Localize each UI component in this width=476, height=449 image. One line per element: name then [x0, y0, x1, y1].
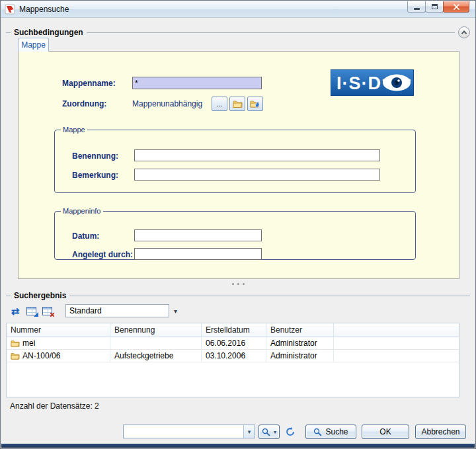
suche-button-label: Suche — [325, 427, 348, 436]
suchbedingungen-label: Suchbedingungen — [14, 28, 83, 37]
cell-benennung: Aufsteckgetriebe — [110, 350, 202, 362]
minimize-icon — [414, 8, 420, 10]
app-icon — [5, 4, 15, 15]
column-header-erstelldatum[interactable]: Erstelldatum — [202, 323, 266, 337]
mappenname-input[interactable] — [132, 77, 262, 89]
assign-folder-button[interactable] — [247, 97, 263, 111]
column-header-benutzer[interactable]: Benutzer — [266, 323, 334, 337]
bemerkung-input[interactable] — [134, 169, 380, 181]
cell-benutzer: Administrator — [266, 350, 334, 362]
search-conditions-panel: Mappenname: I·S·D Zuordnung: Mappenunabh… — [18, 51, 459, 279]
zuordnung-label: Zuordnung: — [62, 99, 106, 108]
abbrechen-button[interactable]: Abbrechen — [415, 425, 466, 439]
collapse-button[interactable] — [458, 26, 470, 38]
browse-button[interactable]: ... — [212, 97, 227, 111]
splitter-handle[interactable] — [1, 283, 475, 285]
mappensuche-window: Mappensuche Suchbedingungen Mappe Mappen… — [0, 0, 476, 449]
maximize-button[interactable] — [425, 1, 444, 13]
refresh-button[interactable] — [283, 425, 298, 439]
zuordnung-value: Mappenunabhängig — [132, 99, 202, 108]
mappe-group: Mappe Benennung: Bemerkung: — [54, 126, 416, 193]
folder-icon — [233, 100, 243, 108]
view-preset-combobox[interactable]: Standard — [65, 304, 169, 317]
column-header-nummer[interactable]: Nummer — [7, 323, 110, 337]
chevron-down-icon[interactable]: ▾ — [174, 307, 177, 315]
sync-icon: ⇄ — [11, 306, 20, 316]
suche-button[interactable]: Suche — [305, 425, 356, 439]
divider — [69, 296, 470, 296]
mappeninfo-group: Mappeninfo Datum: Angelegt durch: — [54, 207, 416, 260]
search-icon — [313, 428, 322, 436]
chevron-down-icon[interactable]: ▾ — [243, 425, 255, 438]
table-export-icon — [26, 307, 36, 315]
cell-erstelldatum: 06.06.2016 — [202, 337, 266, 349]
folder-arrow-icon — [250, 100, 260, 108]
record-count: Anzahl der Datensätze: 2 — [10, 401, 99, 411]
cell-benutzer: Administrator — [266, 337, 334, 349]
search-options-button[interactable]: ▾ — [258, 425, 280, 439]
close-button[interactable] — [443, 1, 469, 13]
window-controls — [408, 1, 469, 13]
refresh-icon — [285, 427, 296, 437]
folder-icon — [11, 340, 20, 347]
quick-search-combobox[interactable]: ▾ — [123, 425, 255, 438]
table-delete-icon — [42, 307, 52, 315]
quick-search-value — [124, 425, 243, 438]
minimize-button[interactable] — [407, 1, 426, 13]
table-empty-area — [7, 362, 459, 397]
export-results-button[interactable] — [23, 303, 39, 319]
cell-erstelldatum: 03.10.2006 — [202, 350, 266, 362]
cell-empty — [334, 337, 459, 349]
suchergebnis-header: Suchergebnis — [6, 290, 470, 302]
abbrechen-button-label: Abbrechen — [421, 427, 459, 436]
title-bar[interactable]: Mappensuche — [1, 1, 476, 18]
window-bottom-edge — [1, 444, 475, 448]
folder-icon — [11, 352, 20, 360]
refresh-results-button[interactable]: ⇄ — [7, 303, 23, 319]
benennung-input[interactable] — [134, 149, 380, 161]
isd-logo: I·S·D — [331, 69, 414, 96]
angelegt-durch-input[interactable] — [134, 248, 262, 260]
search-icon — [262, 428, 270, 436]
delete-view-button[interactable] — [39, 303, 55, 319]
mappe-group-label: Mappe — [61, 126, 87, 134]
divider — [6, 296, 11, 296]
cell-empty — [334, 350, 459, 362]
table-row[interactable]: mei 06.06.2016 Administrator — [7, 337, 459, 350]
ok-button[interactable]: OK — [362, 425, 409, 439]
benennung-label: Benennung: — [72, 151, 118, 161]
table-header-row: Nummer Benennung Erstelldatum Benutzer — [7, 323, 459, 337]
results-table: Nummer Benennung Erstelldatum Benutzer m… — [6, 323, 459, 397]
chevron-down-icon: ▾ — [274, 429, 276, 435]
bemerkung-label: Bemerkung: — [72, 171, 118, 180]
datum-input[interactable] — [134, 229, 262, 241]
divider — [6, 32, 11, 33]
close-icon — [454, 4, 459, 10]
window-title: Mappensuche — [19, 5, 69, 14]
mappenname-label: Mappenname: — [62, 79, 116, 88]
column-header-benennung[interactable]: Benennung — [110, 323, 202, 337]
isd-logo-text: I·S·D — [337, 73, 381, 93]
chevron-up-icon — [461, 30, 467, 36]
results-toolbar: ⇄ Standard ▾ — [7, 303, 177, 319]
select-folder-button[interactable] — [229, 97, 245, 111]
ellipsis-icon: ... — [216, 100, 222, 108]
divider — [87, 32, 455, 33]
suchbedingungen-header: Suchbedingungen — [6, 26, 470, 38]
angelegt-durch-label: Angelegt durch: — [72, 250, 133, 259]
datum-label: Datum: — [72, 231, 99, 241]
tab-mappe[interactable]: Mappe — [18, 38, 49, 52]
mappeninfo-group-label: Mappeninfo — [61, 207, 103, 215]
view-preset-value: Standard — [69, 306, 102, 315]
ok-button-label: OK — [379, 427, 391, 436]
cell-nummer: mei — [22, 339, 35, 348]
column-header-empty[interactable] — [334, 323, 459, 337]
maximize-icon — [432, 4, 438, 9]
suchergebnis-label: Suchergebnis — [14, 291, 66, 300]
table-row[interactable]: AN-100/06 Aufsteckgetriebe 03.10.2006 Ad… — [7, 350, 459, 362]
cell-nummer: AN-100/06 — [22, 351, 60, 360]
cell-benennung — [110, 337, 202, 349]
